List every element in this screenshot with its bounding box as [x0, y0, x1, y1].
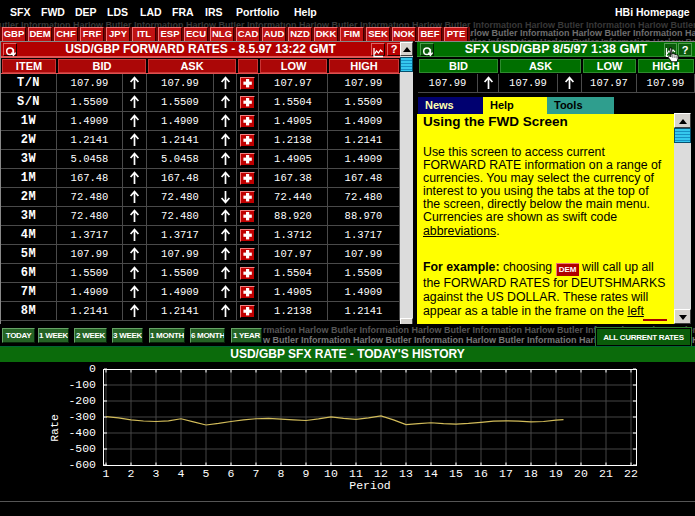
svg-text:14: 14: [424, 467, 438, 480]
svg-text:-400: -400: [68, 426, 96, 439]
svg-text:7: 7: [253, 467, 260, 480]
svg-text:Rate: Rate: [48, 414, 61, 442]
svg-text:0: 0: [89, 362, 96, 375]
svg-text:Period: Period: [349, 479, 390, 492]
svg-text:19: 19: [549, 467, 563, 480]
svg-text:22: 22: [624, 467, 638, 480]
svg-text:20: 20: [574, 467, 588, 480]
svg-text:13: 13: [399, 467, 413, 480]
svg-text:6: 6: [228, 467, 235, 480]
svg-text:-500: -500: [68, 442, 96, 455]
svg-text:3: 3: [153, 467, 160, 480]
svg-text:16: 16: [474, 467, 488, 480]
svg-text:21: 21: [599, 467, 613, 480]
svg-text:10: 10: [324, 467, 338, 480]
svg-text:-600: -600: [68, 458, 96, 471]
svg-text:-200: -200: [68, 394, 96, 407]
svg-text:-300: -300: [68, 410, 96, 423]
svg-text:15: 15: [449, 467, 463, 480]
svg-text:1: 1: [103, 467, 110, 480]
svg-text:17: 17: [499, 467, 513, 480]
svg-text:8: 8: [278, 467, 285, 480]
svg-text:-100: -100: [68, 378, 96, 391]
svg-text:18: 18: [524, 467, 538, 480]
svg-text:9: 9: [303, 467, 310, 480]
svg-text:5: 5: [203, 467, 210, 480]
svg-text:2: 2: [128, 467, 135, 480]
svg-text:4: 4: [178, 467, 185, 480]
